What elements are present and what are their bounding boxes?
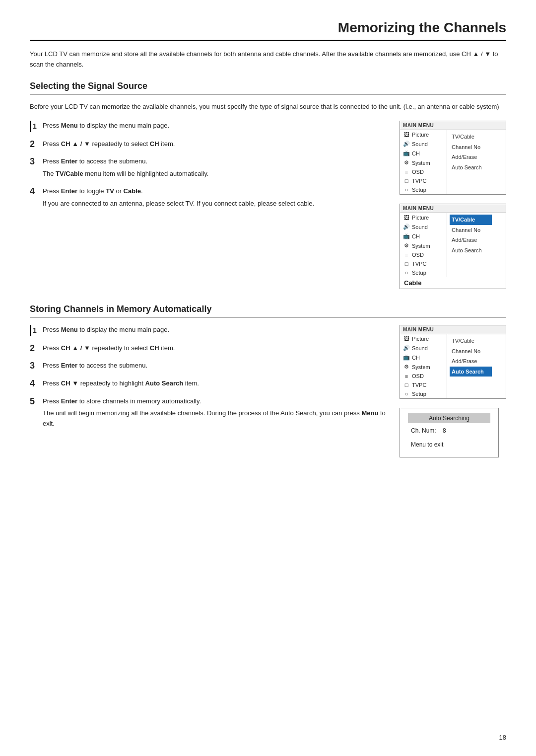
menu-left-1: 🖼 Picture 🔊 Sound 📺 CH ⚙ System ≡ OSD □ …	[400, 130, 447, 194]
section2-steps: 1 Press Menu to display the menu main pa…	[30, 325, 390, 457]
sound-icon: 🔊	[403, 141, 410, 147]
step-text-1-2: Press CH ▲ / ▼ repeatedly to select CH i…	[43, 139, 175, 150]
step-number-2-5: 5	[30, 396, 39, 407]
setup-icon-2: ○	[403, 270, 410, 276]
step-2-3: 3 Press Enter to access the submenu.	[30, 361, 390, 372]
menu-box-1: MAIN MENU 🖼 Picture 🔊 Sound 📺 CH ⚙ Syste…	[400, 121, 506, 195]
menu-item-picture-1: 🖼 Picture	[400, 130, 447, 139]
step-text-2-2: Press CH ▲ / ▼ repeatedly to select CH i…	[43, 343, 175, 354]
section2: Storing Channels in Memory Automatically…	[30, 304, 506, 457]
step-number-2-4: 4	[30, 378, 39, 389]
menu-item-system-3: ⚙ System	[400, 362, 447, 372]
menu-item-sound-3: 🔊 Sound	[400, 343, 447, 353]
autosearch-box: Auto Searching Ch. Num: 8 Menu to exit	[400, 408, 499, 457]
menu-item-sound-2: 🔊 Sound	[400, 222, 447, 231]
system-icon-2: ⚙	[403, 242, 410, 249]
step-text-1-3: Press Enter to access the submenu. The T…	[43, 156, 208, 179]
section1-menus: MAIN MENU 🖼 Picture 🔊 Sound 📺 CH ⚙ Syste…	[400, 121, 506, 289]
section1-intro: Before your LCD TV can memorize the avai…	[30, 102, 506, 112]
menu-right-channelno-1: Channel No	[450, 142, 492, 152]
menu-right-adderase-2: Add/Erase	[450, 235, 492, 245]
menu-left-3: 🖼 Picture 🔊 Sound 📺 CH ⚙ System ≡ OSD □ …	[400, 334, 447, 398]
step-2-5: 5 Press Enter to store channels in memor…	[30, 396, 390, 429]
menu-inner-3: 🖼 Picture 🔊 Sound 📺 CH ⚙ System ≡ OSD □ …	[400, 334, 506, 398]
menu-item-setup-3: ○ Setup	[400, 389, 447, 398]
step-2-4: 4 Press CH ▼ repeatedly to highlight Aut…	[30, 378, 390, 389]
section2-menus: MAIN MENU 🖼 Picture 🔊 Sound 📺 CH ⚙ Syste…	[400, 325, 506, 457]
section1-steps: 1 Press Menu to display the menu main pa…	[30, 121, 390, 289]
system-icon: ⚙	[403, 159, 410, 166]
section1-content: 1 Press Menu to display the menu main pa…	[30, 121, 506, 289]
menu-item-tvpc-2: □ TVPC	[400, 259, 447, 268]
menu-item-osd-1: ≡ OSD	[400, 167, 447, 176]
menu-item-tvpc-3: □ TVPC	[400, 380, 447, 389]
page-title: Memorizing the Channels	[30, 20, 506, 41]
cable-label: Cable	[400, 277, 506, 289]
menu-item-setup-2: ○ Setup	[400, 268, 447, 277]
autosearch-chnum: Ch. Num: 8	[408, 426, 490, 435]
osd-icon: ≡	[403, 169, 410, 175]
menu-right-tvcable-2: TV/Cable	[450, 215, 492, 225]
step-text-2-5: Press Enter to store channels in memory …	[43, 396, 390, 429]
menu-right-1: TV/Cable Channel No Add/Erase Auto Searc…	[447, 130, 494, 194]
step-2-2: 2 Press CH ▲ / ▼ repeatedly to select CH…	[30, 343, 390, 354]
menu-right-autosearch-3: Auto Search	[450, 367, 492, 377]
menu-item-osd-2: ≡ OSD	[400, 250, 447, 259]
step-text-1-1: Press Menu to display the menu main page…	[43, 121, 169, 131]
menu-right-3: TV/Cable Channel No Add/Erase Auto Searc…	[447, 334, 494, 398]
step-number-1-4: 4	[30, 186, 39, 197]
menu-right-channelno-3: Channel No	[450, 346, 492, 357]
section1: Selecting the Signal Source Before your …	[30, 81, 506, 290]
ch-icon: 📺	[403, 150, 410, 156]
menu-right-adderase-3: Add/Erase	[450, 356, 492, 367]
menu-right-autosearch-1: Auto Search	[450, 162, 492, 173]
tvpc-icon-2: □	[403, 261, 410, 267]
menu-inner-2: 🖼 Picture 🔊 Sound 📺 CH ⚙ System ≡ OSD □ …	[400, 213, 506, 277]
step-number-2-1: 1	[30, 325, 39, 336]
menu-item-setup-1: ○ Setup	[400, 185, 447, 194]
sound-icon-3: 🔊	[403, 345, 410, 351]
menu-label-1: MAIN MENU	[400, 121, 506, 130]
menu-item-system-2: ⚙ System	[400, 241, 447, 250]
menu-box-2: MAIN MENU 🖼 Picture 🔊 Sound 📺 CH ⚙ Syste…	[400, 204, 506, 289]
step-1-3: 3 Press Enter to access the submenu. The…	[30, 156, 390, 179]
chnum-label: Ch. Num:	[411, 427, 436, 434]
picture-icon: 🖼	[403, 132, 410, 138]
step-1-1: 1 Press Menu to display the menu main pa…	[30, 121, 390, 132]
menu-item-ch-2: 📺 CH	[400, 231, 447, 241]
menu-item-ch-3: 📺 CH	[400, 353, 447, 362]
menu-left-2: 🖼 Picture 🔊 Sound 📺 CH ⚙ System ≡ OSD □ …	[400, 213, 447, 277]
menu-inner-1: 🖼 Picture 🔊 Sound 📺 CH ⚙ System ≡ OSD □ …	[400, 130, 506, 194]
step-1-4: 4 Press Enter to toggle TV or Cable. If …	[30, 186, 390, 209]
page-number: 18	[499, 734, 506, 741]
menu-box-3: MAIN MENU 🖼 Picture 🔊 Sound 📺 CH ⚙ Syste…	[400, 325, 506, 399]
menu-item-ch-1: 📺 CH	[400, 149, 447, 158]
menu-item-picture-2: 🖼 Picture	[400, 213, 447, 222]
step-text-2-4: Press CH ▼ repeatedly to highlight Auto …	[43, 378, 199, 389]
menu-right-channelno-2: Channel No	[450, 225, 492, 235]
step-text-2-3: Press Enter to access the submenu.	[43, 361, 147, 371]
menu-right-adderase-1: Add/Erase	[450, 152, 492, 162]
osd-icon-3: ≡	[403, 373, 410, 379]
tvpc-icon: □	[403, 178, 410, 184]
menu-item-picture-3: 🖼 Picture	[400, 334, 447, 343]
menu-label-2: MAIN MENU	[400, 204, 506, 213]
system-icon-3: ⚙	[403, 364, 410, 370]
osd-icon-2: ≡	[403, 252, 410, 258]
step-1-2: 2 Press CH ▲ / ▼ repeatedly to select CH…	[30, 139, 390, 150]
menu-item-osd-3: ≡ OSD	[400, 372, 447, 380]
picture-icon-2: 🖼	[403, 215, 410, 221]
autosearch-title: Auto Searching	[408, 413, 490, 423]
section2-content: 1 Press Menu to display the menu main pa…	[30, 325, 506, 457]
menu-right-tvcable-3: TV/Cable	[450, 336, 492, 346]
sound-icon-2: 🔊	[403, 224, 410, 230]
menu-label-3: MAIN MENU	[400, 325, 506, 334]
picture-icon-3: 🖼	[403, 336, 410, 342]
step-number-1-3: 3	[30, 156, 39, 167]
tvpc-icon-3: □	[403, 382, 410, 388]
section2-divider	[30, 317, 506, 318]
section1-title: Selecting the Signal Source	[30, 81, 506, 91]
step-2-1: 1 Press Menu to display the menu main pa…	[30, 325, 390, 336]
section2-title: Storing Channels in Memory Automatically	[30, 304, 506, 314]
step-text-1-4: Press Enter to toggle TV or Cable. If yo…	[43, 186, 314, 209]
